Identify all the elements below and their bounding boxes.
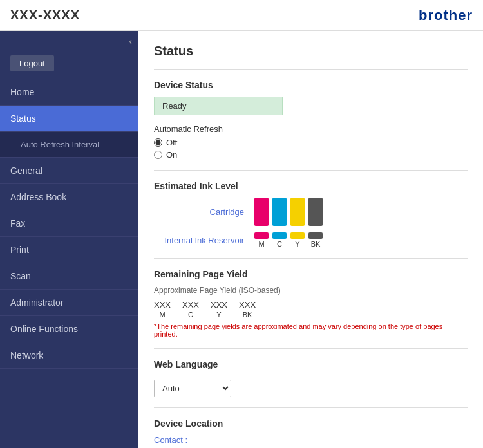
web-language-section: Web Language Auto English French German … [154, 359, 468, 397]
reservoir-c: C [272, 232, 287, 248]
content-area: Status Device Status Ready Automatic Ref… [138, 31, 483, 448]
yield-col-m: M [159, 311, 165, 319]
reservoir-bar-c [272, 232, 287, 239]
sidebar-item-administrator[interactable]: Administrator [0, 290, 138, 316]
reservoir-bar-bk [308, 232, 323, 239]
yield-bk: XXX BK [239, 300, 256, 319]
divider-3 [154, 258, 468, 259]
radio-on[interactable]: On [154, 150, 468, 160]
yield-sub-label: Approximate Page Yield (ISO-based) [154, 286, 468, 295]
cartridge-row: Cartridge [154, 198, 468, 226]
cartridge-bar-c [272, 198, 287, 226]
cartridge-bar-m [254, 198, 269, 226]
header: XXX-XXXX brother [0, 0, 483, 31]
reservoir-label-y: Y [295, 240, 299, 248]
logout-button[interactable]: Logout [10, 55, 54, 71]
device-location-section: Device Location Contact : Location : [154, 418, 468, 448]
sidebar-item-auto-refresh-interval[interactable]: Auto Refresh Interval [0, 132, 138, 158]
ink-table: Cartridge Int [154, 198, 468, 248]
page-title: Status [154, 44, 468, 59]
yield-y: XXX Y [211, 300, 227, 319]
cartridge-c [272, 198, 287, 226]
reservoir-bar-m [254, 232, 269, 239]
radio-off-input[interactable] [154, 138, 162, 147]
cartridge-y [290, 198, 305, 226]
yield-val-bk: XXX [239, 300, 256, 310]
radio-on-input[interactable] [154, 151, 162, 159]
device-status-value: Ready [154, 97, 283, 115]
sidebar: ‹ Logout Home Status Auto Refresh Interv… [0, 31, 138, 448]
auto-refresh-label: Automatic Refresh [154, 124, 468, 134]
reservoir-row: Internal Ink Reservoir M C Y [154, 232, 468, 248]
reservoir-bk: BK [308, 232, 323, 248]
yield-col-c: C [188, 311, 193, 319]
auto-refresh-options: Off On [154, 138, 468, 160]
sidebar-item-online-functions[interactable]: Online Functions [0, 316, 138, 342]
reservoir-label-c: C [277, 240, 282, 248]
cartridge-label: Cartridge [154, 207, 244, 217]
yield-note: *The remaining page yields are approxima… [154, 322, 468, 338]
main-layout: ‹ Logout Home Status Auto Refresh Interv… [0, 31, 483, 448]
sidebar-item-fax[interactable]: Fax [0, 210, 138, 237]
divider-5 [154, 407, 468, 408]
reservoir-bars: M C Y BK [254, 232, 323, 248]
cartridge-bar-bk [308, 198, 323, 226]
radio-off-label: Off [166, 138, 177, 147]
cartridge-bars [254, 198, 323, 226]
sidebar-item-general[interactable]: General [0, 158, 138, 184]
sidebar-logout-area: Logout [0, 51, 138, 79]
sidebar-item-scan[interactable]: Scan [0, 263, 138, 290]
divider-2 [154, 170, 468, 171]
sidebar-collapse-button[interactable]: ‹ [0, 31, 138, 51]
cartridge-bk [308, 198, 323, 226]
cartridge-bar-y [290, 198, 305, 226]
reservoir-m: M [254, 232, 269, 248]
yield-col-bk: BK [243, 311, 252, 319]
web-language-select[interactable]: Auto English French German Spanish [154, 380, 231, 397]
yield-val-y: XXX [211, 300, 227, 310]
sidebar-item-home[interactable]: Home [0, 79, 138, 106]
divider-1 [154, 69, 468, 70]
web-language-label: Web Language [154, 359, 468, 369]
device-status-label: Device Status [154, 80, 468, 90]
device-model: XXX-XXXX [10, 8, 80, 23]
yield-m: XXX M [154, 300, 171, 319]
radio-off[interactable]: Off [154, 138, 468, 147]
sidebar-item-address-book[interactable]: Address Book [0, 184, 138, 210]
reservoir-bar-y [290, 232, 305, 239]
reservoir-label: Internal Ink Reservoir [154, 236, 244, 245]
sidebar-item-print[interactable]: Print [0, 237, 138, 263]
radio-on-label: On [166, 150, 177, 160]
device-location-label: Device Location [154, 418, 468, 429]
yield-val-m: XXX [154, 300, 171, 310]
sidebar-item-network[interactable]: Network [0, 342, 138, 369]
yield-row: XXX M XXX C XXX Y XXX BK [154, 300, 468, 319]
ink-level-label: Estimated Ink Level [154, 181, 468, 191]
divider-4 [154, 348, 468, 349]
yield-c: XXX C [182, 300, 199, 319]
reservoir-label-m: M [258, 240, 264, 248]
yield-col-y: Y [216, 311, 221, 319]
yield-label: Remaining Page Yield [154, 269, 468, 279]
brand-logo: brother [419, 7, 473, 24]
contact-row: Contact : [154, 435, 468, 445]
reservoir-y: Y [290, 232, 305, 248]
reservoir-label-bk: BK [311, 240, 321, 248]
yield-section: Remaining Page Yield Approximate Page Yi… [154, 269, 468, 338]
yield-val-c: XXX [182, 300, 199, 310]
cartridge-m [254, 198, 269, 226]
sidebar-item-status[interactable]: Status [0, 106, 138, 132]
